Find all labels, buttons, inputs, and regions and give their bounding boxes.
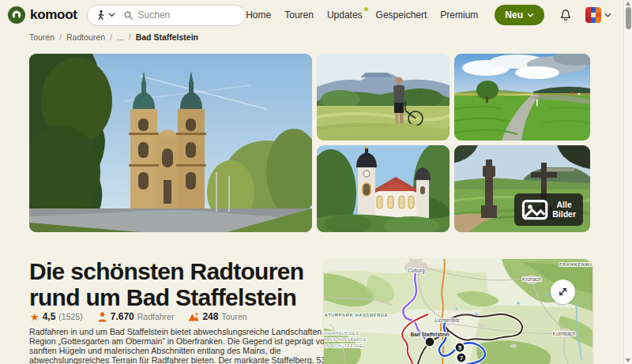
rating-stat: ★ 4,5 (1525)	[30, 311, 83, 322]
top-navigation-bar: komoot	[0, 0, 632, 30]
photo-gallery: Alle Bilder	[29, 54, 590, 232]
expand-icon	[557, 286, 569, 298]
breadcrumb-current: Bad Staffelstein	[136, 32, 198, 42]
tours-value: 248	[202, 311, 218, 322]
sport-selector[interactable]	[96, 9, 118, 21]
map-label-bad-staffelstein: Bad Staffelstein	[410, 332, 449, 337]
komoot-page: komoot	[0, 0, 632, 364]
nav-updates[interactable]: Updates	[327, 9, 363, 21]
church-photo-image	[317, 145, 450, 232]
map-label-frankenwald: FRANKENWA	[559, 262, 592, 267]
mountain-icon	[188, 312, 199, 321]
svg-text:5: 5	[458, 344, 461, 351]
nav-touren[interactable]: Touren	[284, 9, 314, 21]
map-marker-7[interactable]: 7	[457, 353, 466, 362]
gallery-photo-cyclist[interactable]	[317, 54, 450, 141]
breadcrumb-radtouren[interactable]: Radtouren	[66, 32, 105, 42]
map-label-naturpark: NATURPARK HASSBERGE	[324, 313, 389, 317]
user-menu[interactable]	[585, 7, 611, 23]
stats-row: ★ 4,5 (1525) 7.670 Radfahrer 248 Touren	[30, 311, 247, 322]
gallery-photo-fields[interactable]	[454, 54, 590, 141]
region-description: Radfahren in und um Bad Staffelstein bie…	[29, 327, 354, 364]
new-button[interactable]: Neu	[495, 5, 544, 25]
search-bar[interactable]: Suchen	[87, 5, 246, 26]
search-input[interactable]: Suchen	[138, 9, 171, 21]
cyclist-photo-image	[317, 54, 450, 141]
brand-wordmark: komoot	[30, 7, 77, 23]
map-label-zone-2: PARKS HASSBERGE	[324, 337, 367, 342]
all-images-button[interactable]: Alle Bilder	[514, 193, 583, 226]
main-nav: Home Touren Updates Gespeichert Premium …	[246, 5, 611, 25]
breadcrumb-ellipsis[interactable]: ...	[117, 32, 124, 42]
map-label-zone-3: ALS SCHUTZZONE)	[324, 343, 364, 348]
nav-home[interactable]: Home	[246, 9, 271, 21]
gallery-photo-church[interactable]	[317, 145, 450, 232]
nav-premium[interactable]: Premium	[440, 9, 478, 21]
breadcrumb-separator: /	[129, 32, 131, 42]
person-icon	[97, 312, 107, 322]
page-title: Die schönsten Radtouren rund um Bad Staf…	[29, 260, 329, 312]
scrollbar-up-arrow[interactable]	[626, 2, 630, 6]
map-label-kulmbach: Kulmbach	[553, 331, 576, 336]
search-icon	[123, 10, 134, 21]
map-label-lichtenfels: Lichtenfels	[434, 317, 460, 323]
breadcrumb: Touren / Radtouren / ... / Bad Staffelst…	[29, 32, 198, 42]
avatar	[585, 7, 601, 23]
updates-badge-dot	[364, 7, 368, 11]
basilica-photo-image	[29, 54, 312, 232]
gallery-grid: Alle Bilder	[317, 54, 590, 232]
breadcrumb-touren[interactable]: Touren	[29, 32, 55, 42]
map-label-kronach: Kronach	[522, 276, 542, 282]
tours-stat: 248 Touren	[188, 311, 246, 322]
map-label-coburg: Coburg	[408, 268, 425, 274]
breadcrumb-separator: /	[59, 32, 62, 42]
gallery-photo-basilica[interactable]	[29, 54, 312, 232]
riders-value: 7.670	[111, 311, 134, 322]
riders-label: Radfahrer	[137, 312, 175, 321]
tours-map[interactable]: Coburg Kronach FRANKENWA Lichtenfels Bad…	[324, 259, 592, 364]
star-icon: ★	[30, 312, 40, 322]
rating-value: 4,5	[43, 311, 56, 322]
chevron-down-icon	[108, 12, 115, 18]
scrollbar[interactable]	[623, 0, 632, 364]
rating-count: (1525)	[58, 312, 82, 321]
komoot-logo-icon	[8, 6, 25, 24]
map-label-zone-1: INNERHALB DES	[324, 331, 359, 336]
chevron-down-icon	[527, 13, 534, 18]
riders-stat: 7.670 Radfahrer	[97, 311, 175, 322]
hiker-icon	[96, 9, 106, 21]
scrollbar-down-arrow[interactable]	[626, 358, 630, 362]
scrollbar-thumb[interactable]	[626, 7, 631, 29]
map-canvas: Coburg Kronach FRANKENWA Lichtenfels Bad…	[324, 259, 592, 364]
image-icon	[521, 197, 548, 222]
map-expand-button[interactable]	[551, 280, 575, 304]
komoot-logo[interactable]: komoot	[8, 6, 77, 24]
gallery-photo-crosses[interactable]: Alle Bilder	[454, 145, 590, 232]
notifications-bell-icon[interactable]	[559, 9, 572, 22]
chevron-down-icon	[604, 13, 611, 18]
fields-photo-image	[454, 54, 590, 141]
breadcrumb-separator: /	[110, 32, 112, 42]
svg-text:7: 7	[460, 355, 463, 362]
tours-label: Touren	[221, 312, 246, 321]
map-marker-5[interactable]: 5	[455, 343, 465, 352]
map-marker-cluster[interactable]	[425, 337, 434, 347]
nav-gespeichert[interactable]: Gespeichert	[376, 9, 427, 21]
